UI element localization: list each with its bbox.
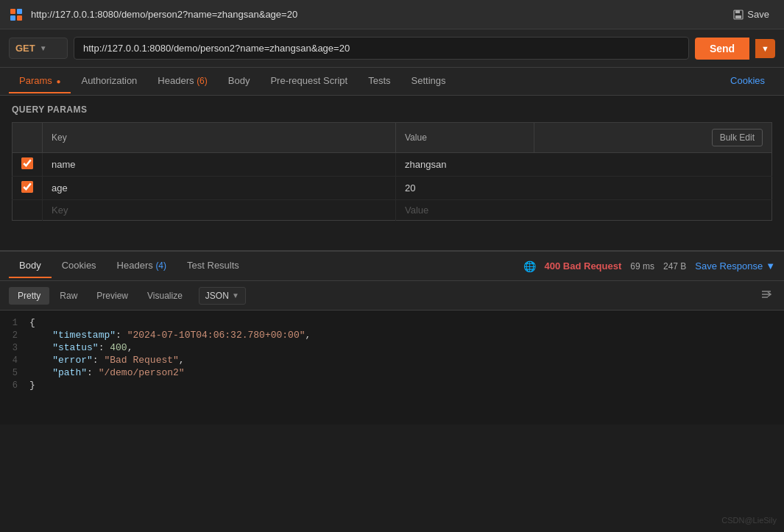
- response-tabs-bar: Body Cookies Headers (4) Test Results 🌐 …: [0, 252, 784, 281]
- send-button[interactable]: Send: [695, 38, 749, 60]
- value-input[interactable]: [405, 182, 763, 194]
- value-cell: [396, 177, 772, 200]
- code-line: 4 "error": "Bad Request",: [0, 354, 784, 366]
- line-content: }: [29, 380, 784, 391]
- chevron-down-icon: ▼: [40, 44, 47, 52]
- tab-visualize[interactable]: Visualize: [138, 287, 191, 305]
- format-select[interactable]: JSON ▼: [199, 287, 246, 305]
- url-input[interactable]: [74, 37, 689, 60]
- line-content: "error": "Bad Request",: [29, 355, 784, 366]
- code-line: 2 "timestamp": "2024-07-10T04:06:32.780+…: [0, 329, 784, 341]
- request-tabs-bar: Params ● Authorization Headers (6) Body …: [0, 68, 784, 96]
- tab-response-headers[interactable]: Headers (4): [107, 254, 177, 278]
- save-button[interactable]: Save: [727, 6, 775, 23]
- tab-tests[interactable]: Tests: [358, 69, 400, 93]
- code-line: 5 "path": "/demo/person2": [0, 366, 784, 379]
- format-icons: [757, 285, 775, 305]
- tab-authorization[interactable]: Authorization: [71, 69, 147, 93]
- svg-rect-2: [10, 15, 15, 21]
- line-number: 4: [0, 355, 29, 366]
- empty-key-input[interactable]: [52, 205, 386, 216]
- line-number: 1: [0, 317, 29, 328]
- svg-rect-6: [735, 15, 741, 18]
- code-view[interactable]: 1{2 "timestamp": "2024-07-10T04:06:32.78…: [0, 311, 784, 425]
- line-number: 3: [0, 342, 29, 353]
- tab-preview[interactable]: Preview: [88, 287, 137, 305]
- params-dot: ●: [56, 77, 60, 85]
- tab-params[interactable]: Params ●: [9, 69, 71, 93]
- key-input[interactable]: [52, 182, 386, 194]
- svg-rect-0: [10, 9, 15, 14]
- method-select[interactable]: GET ▼: [9, 38, 68, 59]
- table-row: [13, 177, 772, 200]
- empty-key-cell: [43, 200, 396, 221]
- divider-area: [0, 221, 784, 250]
- request-bar: GET ▼ Send ▼: [0, 29, 784, 68]
- value-cell: [396, 153, 772, 177]
- key-cell: [43, 177, 396, 200]
- method-label: GET: [15, 43, 35, 54]
- tab-raw[interactable]: Raw: [51, 287, 86, 305]
- key-input[interactable]: [52, 159, 386, 170]
- tab-prerequest[interactable]: Pre-request Script: [260, 69, 358, 93]
- title-url: http://127.0.0.1:8080/demo/person2?name=…: [31, 9, 727, 20]
- wrap-lines-button[interactable]: [757, 285, 775, 305]
- code-line: 3 "status": 400,: [0, 341, 784, 354]
- watermark: CSDN@LieSily: [721, 516, 777, 525]
- params-section: Query Params Key Value Bulk Edit: [0, 96, 784, 221]
- svg-rect-3: [17, 15, 22, 21]
- chevron-down-icon: ▼: [232, 291, 239, 299]
- col-header-checkbox: [13, 123, 43, 153]
- empty-value-input[interactable]: [405, 205, 763, 216]
- title-bar: http://127.0.0.1:8080/demo/person2?name=…: [0, 0, 784, 29]
- tab-body[interactable]: Body: [218, 69, 261, 93]
- section-title: Query Params: [12, 104, 772, 115]
- line-content: "path": "/demo/person2": [29, 367, 784, 378]
- row-checkbox-cell: [13, 153, 43, 177]
- tab-response-body[interactable]: Body: [9, 254, 52, 278]
- app-icon: [9, 7, 24, 22]
- status-badge: 400 Bad Request: [545, 260, 622, 272]
- wrap-icon: [760, 288, 772, 300]
- svg-rect-5: [735, 10, 740, 13]
- tab-pretty[interactable]: Pretty: [9, 287, 49, 305]
- col-header-bulk: Bulk Edit: [534, 123, 771, 153]
- line-number: 6: [0, 380, 29, 391]
- line-content: "timestamp": "2024-07-10T04:06:32.780+00…: [29, 330, 784, 341]
- empty-checkbox-cell: [13, 200, 43, 221]
- tab-response-cookies[interactable]: Cookies: [52, 254, 107, 278]
- svg-rect-1: [17, 9, 22, 14]
- globe-icon: 🌐: [523, 260, 536, 272]
- send-dropdown-button[interactable]: ▼: [755, 39, 775, 58]
- response-time: 69 ms: [630, 261, 654, 272]
- code-line: 6}: [0, 379, 784, 391]
- row-checkbox[interactable]: [21, 157, 33, 169]
- params-table: Key Value Bulk Edit: [12, 122, 772, 221]
- chevron-down-icon: ▼: [766, 260, 775, 272]
- bulk-edit-button[interactable]: Bulk Edit: [712, 129, 763, 146]
- table-row: [13, 153, 772, 177]
- line-number: 2: [0, 330, 29, 341]
- response-status-bar: 🌐 400 Bad Request 69 ms 247 B Save Respo…: [523, 260, 775, 272]
- save-response-button[interactable]: Save Response ▼: [695, 260, 775, 272]
- line-number: 5: [0, 367, 29, 378]
- code-line: 1{: [0, 316, 784, 329]
- response-size: 247 B: [663, 261, 686, 272]
- save-icon: [733, 10, 744, 20]
- line-content: {: [29, 317, 784, 328]
- empty-value-cell: [396, 200, 772, 221]
- value-input[interactable]: [405, 159, 763, 170]
- row-checkbox-cell: [13, 177, 43, 200]
- key-cell: [43, 153, 396, 177]
- col-header-key: Key: [43, 123, 396, 153]
- format-tabs-bar: Pretty Raw Preview Visualize JSON ▼: [0, 281, 784, 311]
- tab-test-results[interactable]: Test Results: [177, 254, 250, 278]
- empty-row: [13, 200, 772, 221]
- tab-headers[interactable]: Headers (6): [147, 69, 217, 93]
- row-checkbox[interactable]: [21, 181, 33, 193]
- tab-settings[interactable]: Settings: [401, 69, 456, 93]
- tab-cookies[interactable]: Cookies: [720, 69, 775, 93]
- col-header-value: Value: [396, 123, 534, 153]
- line-content: "status": 400,: [29, 342, 784, 353]
- response-section: Body Cookies Headers (4) Test Results 🌐 …: [0, 250, 784, 425]
